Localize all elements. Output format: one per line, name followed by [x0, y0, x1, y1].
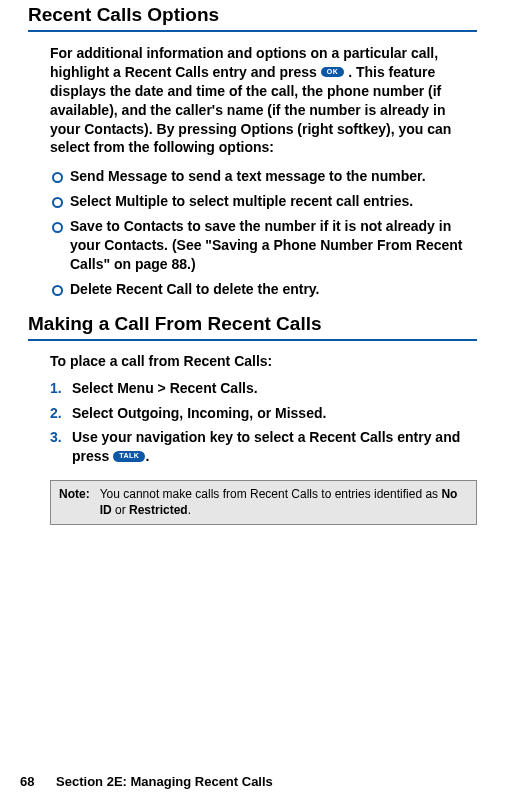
step-text: >	[154, 380, 170, 396]
divider	[28, 30, 477, 32]
page-footer: 68 Section 2E: Managing Recent Calls	[20, 774, 273, 789]
heading-recent-calls-options: Recent Calls Options	[28, 4, 477, 26]
list-item: Save to Contacts to save the number if i…	[50, 217, 477, 274]
list-item: Send Message to send a text message to t…	[50, 167, 477, 186]
step-number: 3.	[50, 428, 62, 447]
menu-word: Menu	[117, 380, 154, 396]
step-number: 1.	[50, 379, 62, 398]
list-item: Select Multiple to select multiple recen…	[50, 192, 477, 211]
options-word: Options	[241, 121, 294, 137]
step-text: , or	[249, 405, 275, 421]
missed-word: Missed	[275, 405, 322, 421]
step-3: 3. Use your navigation key to select a R…	[50, 428, 477, 466]
steps-list: 1. Select Menu > Recent Calls. 2. Select…	[50, 379, 477, 467]
step-text: .	[145, 448, 149, 464]
note-text: or	[112, 503, 129, 517]
ok-button-icon: OK	[321, 67, 345, 77]
step-1: 1. Select Menu > Recent Calls.	[50, 379, 477, 398]
section-title: Section 2E: Managing Recent Calls	[56, 774, 273, 789]
divider	[28, 339, 477, 341]
recent-calls-word: Recent Calls	[170, 380, 254, 396]
step-text: .	[254, 380, 258, 396]
step-text: ,	[179, 405, 187, 421]
option-label: Send Message	[70, 168, 167, 184]
note-content: You cannot make calls from Recent Calls …	[98, 481, 476, 524]
talk-button-icon: TALK	[113, 451, 145, 461]
option-label: Select Multiple	[70, 193, 168, 209]
step-number: 2.	[50, 404, 62, 423]
option-rest: to delete the entry.	[192, 281, 319, 297]
note-box: Note: You cannot make calls from Recent …	[50, 480, 477, 525]
page-number: 68	[20, 774, 34, 789]
list-item: Delete Recent Call to delete the entry.	[50, 280, 477, 299]
option-rest: to send a text message to the number.	[167, 168, 425, 184]
note-text: .	[188, 503, 191, 517]
step-text: Select	[72, 380, 117, 396]
note-text: You cannot make calls from Recent Calls …	[100, 487, 442, 501]
outgoing-word: Outgoing	[117, 405, 179, 421]
option-rest: to select multiple recent call entries.	[168, 193, 413, 209]
note-label: Note:	[51, 481, 98, 524]
step-text: Select	[72, 405, 117, 421]
subheading-to-place-call: To place a call from Recent Calls:	[50, 353, 477, 369]
restricted-word: Restricted	[129, 503, 188, 517]
step-text: .	[323, 405, 327, 421]
incoming-word: Incoming	[187, 405, 249, 421]
step-2: 2. Select Outgoing, Incoming, or Missed.	[50, 404, 477, 423]
heading-making-a-call: Making a Call From Recent Calls	[28, 313, 477, 335]
option-label: Save to Contacts	[70, 218, 184, 234]
option-label: Delete Recent Call	[70, 281, 192, 297]
intro-paragraph: For additional information and options o…	[50, 44, 475, 157]
options-list: Send Message to send a text message to t…	[50, 167, 477, 298]
